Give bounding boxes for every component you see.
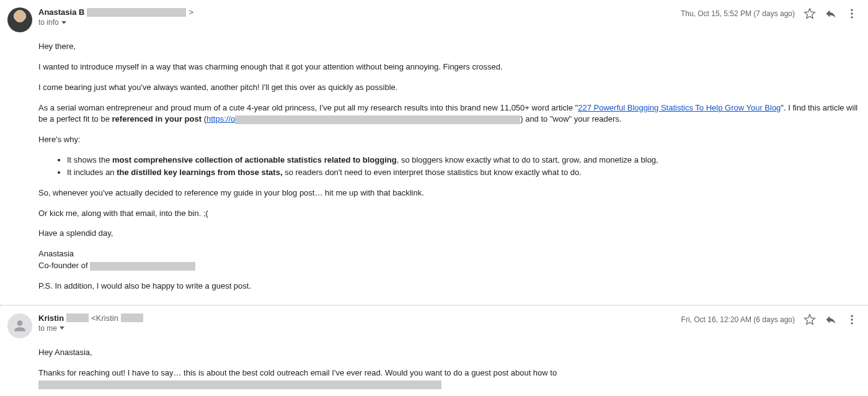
sender-mid: <Kristin [91,313,118,323]
paragraph: I come bearing just what you've always w… [38,82,858,94]
star-icon[interactable] [804,7,816,20]
to-label: to info [38,18,59,27]
email-body: Hey Anastasia, Thanks for reaching out! … [38,347,858,396]
redacted-topic [38,380,441,389]
paragraph: So, whenever you've actually decided to … [38,187,858,199]
svg-point-3 [851,315,852,317]
reply-icon[interactable] [825,313,837,326]
redacted-company [90,262,195,271]
chevron-down-icon [61,21,66,24]
star-icon[interactable] [804,313,816,326]
article-link[interactable]: 227 Powerful Blogging Statistics To Help… [578,103,781,112]
sender-name[interactable]: Kristin [38,313,64,323]
list-item: It includes an the distilled key learnin… [67,167,858,179]
svg-point-5 [851,322,852,324]
post-link[interactable]: https://o [206,114,235,124]
recipient-line[interactable]: to me [38,324,681,333]
paragraph: Thanks for reaching out! I have to say… … [38,367,858,391]
more-icon[interactable] [846,313,858,326]
paragraph: As a serial woman entrepreneur and proud… [38,102,858,126]
signature-role: Co-founder of [38,260,858,272]
bullet-list: It shows the most comprehensive collecti… [67,155,858,179]
paragraph: I wanted to introduce myself in a way th… [38,61,858,73]
email-date: Thu, Oct 15, 5:52 PM (7 days ago) [681,9,795,18]
chevron-down-icon [60,326,64,330]
avatar[interactable] [7,7,32,32]
signature-name: Anastasia [38,248,858,260]
to-label: to me [38,324,57,333]
email-header: Kristin <Kristin to me Fri, Oct 16, 12:2… [7,313,858,338]
list-item: It shows the most comprehensive collecti… [67,155,858,166]
greeting: Hey there, [38,41,858,53]
email-item: Anastasia B > to info Thu, Oct 15, 5:52 … [0,0,868,305]
more-icon[interactable] [846,7,858,20]
redacted-sender-address [87,8,186,17]
paragraph: Here's why: [38,134,858,146]
svg-point-0 [851,9,852,11]
svg-point-4 [851,318,852,320]
postscript: P.S. In addition, I would also be happy … [38,281,858,292]
paragraph: Or kick me, along with that email, into … [38,208,858,220]
svg-point-2 [851,16,852,18]
greeting: Hey Anastasia, [38,347,858,359]
sender-name[interactable]: Anastasia B [38,7,84,17]
avatar[interactable] [7,313,32,338]
redacted-url [235,115,520,124]
svg-point-1 [851,12,852,14]
reply-icon[interactable] [825,7,837,20]
redacted-sender-address [121,313,143,322]
paragraph: Have a splendid day, [38,228,858,240]
email-header: Anastasia B > to info Thu, Oct 15, 5:52 … [7,7,858,32]
redacted-sender-lastname [66,313,89,322]
sender-suffix: > [188,7,193,17]
email-date: Fri, Oct 16, 12:20 AM (6 days ago) [681,315,795,324]
email-item: Kristin <Kristin to me Fri, Oct 16, 12:2… [0,306,868,396]
email-body: Hey there, I wanted to introduce myself … [38,41,858,292]
recipient-line[interactable]: to info [38,18,681,27]
